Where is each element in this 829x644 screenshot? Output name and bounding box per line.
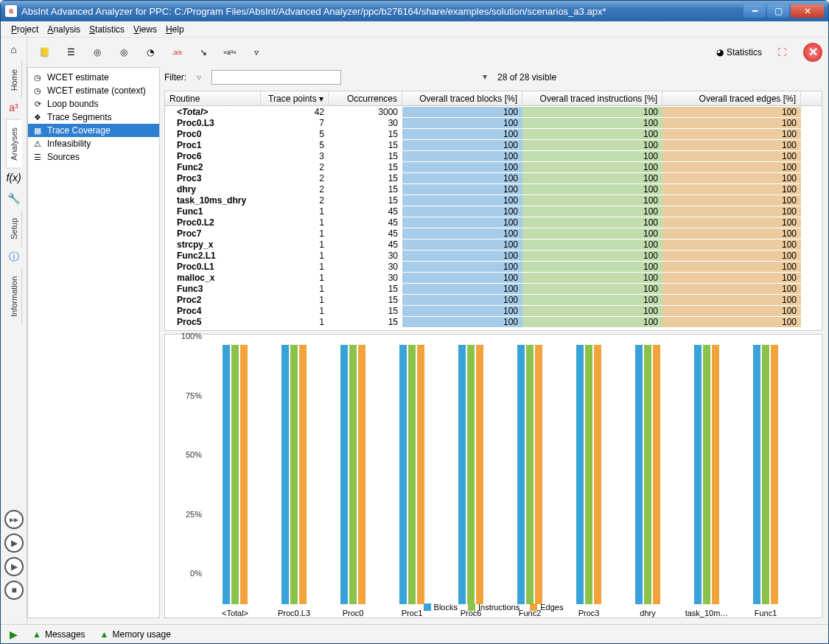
play-all-button[interactable]: ▶ — [4, 557, 24, 576]
statistics-button[interactable]: ◕ Statistics — [712, 45, 766, 60]
bar-instructions — [467, 345, 475, 604]
table-row[interactable]: Proc0.L2145100100100 — [165, 217, 822, 228]
memory-button[interactable]: ▲Memory usage — [100, 629, 171, 640]
vtab-setup[interactable]: Setup — [6, 210, 22, 248]
home-icon[interactable]: ⌂ — [7, 43, 21, 58]
bar-group: <Total> — [223, 345, 248, 604]
table-row[interactable]: strcpy_x145100100100 — [165, 239, 822, 250]
legend-swatch — [424, 603, 431, 611]
tool-graph2-icon[interactable]: ◎ — [113, 41, 135, 63]
maximize-button[interactable]: ▢ — [767, 4, 789, 18]
close-panel-button[interactable]: ✕ — [803, 43, 822, 62]
tool-graph1-icon[interactable]: ◎ — [86, 41, 108, 63]
menu-views[interactable]: Views — [133, 24, 157, 35]
table-row[interactable]: Proc0515100100100 — [165, 128, 822, 139]
run-icon[interactable]: ▶ — [10, 629, 18, 640]
table-row[interactable]: Func2215100100100 — [165, 161, 822, 172]
tree-item-wcet-estimate-context-[interactable]: ◷WCET estimate (context) — [28, 84, 159, 97]
ytick: 0% — [190, 569, 202, 578]
tree-item-wcet-estimate[interactable]: ◷WCET estimate — [28, 71, 159, 84]
filter-input[interactable] — [211, 70, 341, 85]
bar-group: Proc0 — [340, 345, 365, 604]
ytick: 25% — [186, 510, 202, 519]
th-0[interactable]: Routine — [165, 91, 261, 105]
fx-icon[interactable]: f(x) — [7, 172, 21, 186]
xlabel: task_10m… — [685, 609, 729, 617]
tool-notes-icon[interactable]: 📒 — [33, 41, 55, 63]
table-row[interactable]: Proc0.L1130100100100 — [165, 261, 822, 272]
vtab-home[interactable]: Home — [6, 61, 22, 99]
vtab-analyses[interactable]: Analyses — [6, 119, 22, 169]
tool-list-icon[interactable]: ☰ — [60, 41, 82, 63]
step-button[interactable]: ▸▸ — [4, 510, 24, 529]
bar-group: task_10m… — [694, 345, 719, 604]
menu-statistics[interactable]: Statistics — [89, 24, 125, 35]
bar-instructions — [762, 345, 769, 604]
stop-button[interactable]: ■ — [4, 581, 24, 600]
bar-blocks — [223, 345, 230, 604]
tool-a3-icon[interactable]: »a³« — [219, 41, 241, 63]
th-2[interactable]: Occurrences — [329, 91, 402, 105]
tree-item-sources[interactable]: ☰Sources — [28, 150, 159, 164]
bar-group: Func1 — [753, 345, 778, 604]
menu-help[interactable]: Help — [166, 24, 184, 35]
setup-icon[interactable]: 🔧 — [7, 192, 21, 207]
tree-item-infeasibility[interactable]: ⚠Infeasibility — [28, 137, 159, 150]
table-row[interactable]: Proc1515100100100 — [165, 139, 822, 150]
table-row[interactable]: task_10ms_dhry215100100100 — [165, 195, 822, 206]
table-row[interactable]: Proc6315100100100 — [165, 150, 822, 161]
table-row[interactable]: Proc3215100100100 — [165, 172, 822, 183]
tree-item-trace-coverage[interactable]: ▦Trace Coverage — [28, 124, 159, 137]
xlabel: Proc3 — [578, 609, 600, 617]
table-row[interactable]: malloc_x130100100100 — [165, 272, 822, 283]
table-row[interactable]: Proc0.L3730100100100 — [165, 117, 822, 128]
tree-icon: ⟳ — [32, 99, 43, 109]
table-row[interactable]: Proc2115100100100 — [165, 294, 822, 305]
analyses-icon[interactable]: a³ — [7, 102, 21, 116]
menu-project[interactable]: Project — [11, 24, 38, 35]
table-row[interactable]: Func1145100100100 — [165, 206, 822, 217]
menubar: Project Analysis Statistics Views Help — [1, 21, 828, 38]
table-row[interactable]: Func3115100100100 — [165, 283, 822, 294]
bar-group: Proc6 — [458, 345, 483, 604]
bar-group: Proc0.L3 — [281, 345, 307, 604]
bar-instructions — [703, 345, 710, 604]
xlabel: Proc1 — [402, 609, 423, 617]
tree-item-trace-segments[interactable]: ❖Trace Segments — [28, 111, 159, 124]
messages-button[interactable]: ▲Messages — [32, 629, 85, 640]
stats-pie-icon: ◕ — [716, 47, 724, 57]
analyses-tree: ◷WCET estimate◷WCET estimate (context)⟳L… — [27, 67, 160, 618]
bar-instructions — [644, 345, 651, 604]
xlabel: Proc6 — [461, 609, 482, 617]
funnel-icon: ▿ — [192, 71, 206, 84]
table-row[interactable]: <Total>423000100100100 — [165, 106, 822, 117]
th-3[interactable]: Overall traced blocks [%] — [402, 91, 522, 105]
tool-funnel-icon[interactable]: ▿ — [245, 41, 267, 63]
table-row[interactable]: Proc5115100100100 — [165, 316, 822, 327]
xlabel: <Total> — [222, 609, 248, 617]
menu-analysis[interactable]: Analysis — [47, 24, 80, 35]
play-button[interactable]: ▶ — [4, 533, 24, 553]
info-icon[interactable]: ⓘ — [7, 251, 21, 265]
window-close-button[interactable]: ✕ — [791, 4, 824, 18]
th-1[interactable]: Trace points ▾ — [261, 91, 329, 105]
table-row[interactable]: Proc7145100100100 — [165, 228, 822, 239]
tool-pie-icon[interactable]: ◔ — [139, 41, 161, 63]
tool-ais-icon[interactable]: .ais — [166, 41, 188, 63]
tool-arrow-icon[interactable]: ↘ — [192, 41, 214, 63]
bar-instructions — [349, 345, 357, 604]
tree-item-loop-bounds[interactable]: ⟳Loop bounds — [28, 97, 159, 111]
vtab-information[interactable]: Information — [6, 268, 22, 325]
th-4[interactable]: Overall traced instructions [%] — [522, 91, 662, 105]
table-row[interactable]: dhry215100100100 — [165, 183, 822, 195]
table-row[interactable]: Proc4115100100100 — [165, 305, 822, 316]
minimize-button[interactable]: ━ — [744, 4, 766, 18]
th-5[interactable]: Overall traced edges [%] — [662, 91, 801, 105]
table-row[interactable]: Func2.L1130100100100 — [165, 250, 822, 261]
bar-edges — [653, 345, 660, 604]
titlebar: a AbsInt Advanced Analyzer for PPC: C:/P… — [1, 1, 828, 21]
bar-instructions — [526, 345, 534, 604]
xlabel: Func1 — [755, 609, 777, 617]
fullscreen-icon[interactable]: ⛶ — [771, 41, 793, 63]
filter-visible-text: 28 of 28 visible — [497, 72, 556, 83]
